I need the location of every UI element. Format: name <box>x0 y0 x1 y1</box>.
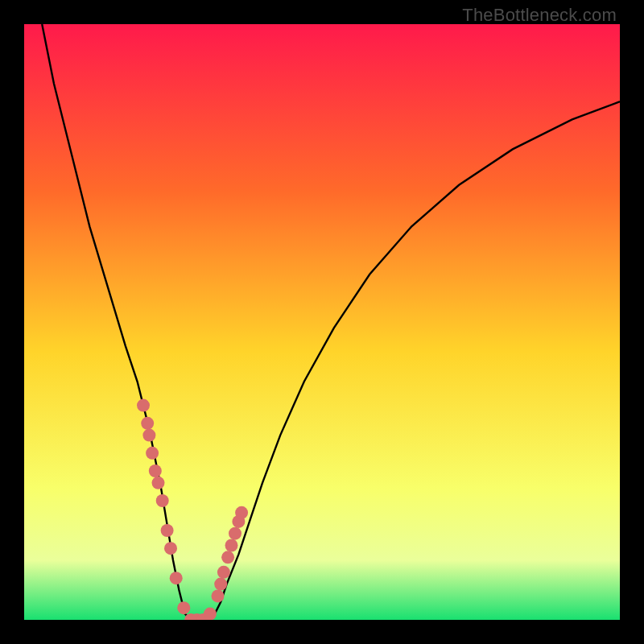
marker-point <box>217 566 230 579</box>
marker-point <box>161 524 174 537</box>
marker-point <box>177 601 190 614</box>
marker-point <box>164 542 177 555</box>
marker-point <box>212 589 225 602</box>
gradient-background <box>24 24 620 620</box>
marker-point <box>225 539 238 552</box>
marker-point <box>170 572 183 584</box>
marker-point <box>214 578 227 591</box>
marker-point <box>152 477 165 489</box>
plot-area <box>24 24 620 620</box>
outer-frame: TheBottleneck.com <box>0 0 644 644</box>
marker-point <box>146 447 159 460</box>
marker-point <box>221 551 234 564</box>
marker-point <box>142 429 155 442</box>
marker-point <box>141 417 154 430</box>
marker-point <box>156 494 169 507</box>
chart-svg <box>24 24 620 620</box>
marker-point <box>235 506 248 519</box>
marker-point <box>229 527 242 540</box>
marker-point <box>137 399 150 412</box>
marker-point <box>204 608 217 620</box>
marker-point <box>149 464 162 477</box>
watermark-text: TheBottleneck.com <box>462 5 617 26</box>
